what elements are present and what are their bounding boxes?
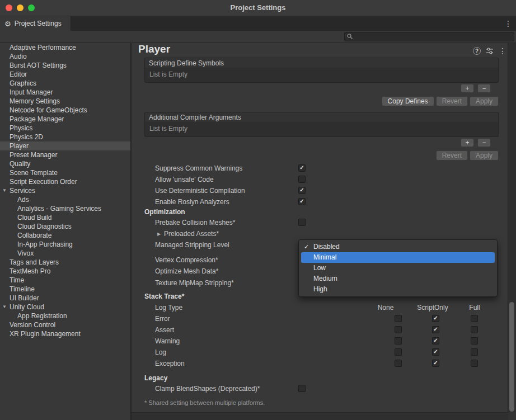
sidebar-item-package-manager[interactable]: Package Manager	[0, 115, 130, 124]
sidebar-item-editor[interactable]: Editor	[0, 70, 130, 79]
sidebar-item-scene-template[interactable]: Scene Template	[0, 168, 130, 177]
sidebar-item-textmesh-pro[interactable]: TextMesh Pro	[0, 267, 130, 276]
dropdown-option-disabled[interactable]: ✓ Disabled	[301, 242, 495, 252]
checkbox-log-scriptonly[interactable]: ✓	[432, 348, 439, 356]
stack-trace-row-assert: Assert ✓ ✓ ✓	[132, 325, 508, 335]
gear-icon: ⚙	[4, 20, 11, 28]
scrollbar-corner	[508, 412, 516, 420]
sidebar-item-timeline[interactable]: Timeline	[0, 285, 130, 294]
sidebar-item-adaptive-performance[interactable]: Adaptive Performance	[0, 43, 130, 52]
help-icon[interactable]: ?	[473, 47, 481, 55]
checkbox-exception-scriptonly[interactable]: ✓	[432, 360, 439, 367]
sidebar-item-player[interactable]: Player	[0, 141, 130, 150]
check-icon: ✓	[299, 187, 305, 193]
column-header-scriptonly: ScriptOnly	[410, 303, 455, 313]
sidebar-item-ui-builder[interactable]: UI Builder	[0, 294, 130, 303]
checkbox-assert-scriptonly[interactable]: ✓	[432, 326, 439, 333]
dropdown-option-medium[interactable]: ✓ Medium	[301, 273, 495, 284]
use-deterministic-compilation-checkbox[interactable]: ✓	[298, 187, 306, 194]
panel-menu-icon[interactable]: ⋮	[499, 46, 506, 55]
sidebar-item-time[interactable]: Time	[0, 276, 130, 285]
apply-button[interactable]: Apply	[470, 150, 499, 161]
vertical-scrollbar-thumb[interactable]	[509, 302, 514, 412]
row-label: Exception	[155, 358, 185, 369]
sidebar-item-collaborate[interactable]: Collaborate	[0, 231, 130, 240]
sidebar-item-preset-manager[interactable]: Preset Manager	[0, 150, 130, 159]
checkbox-exception-none[interactable]: ✓	[395, 360, 402, 367]
checkbox-error-none[interactable]: ✓	[395, 315, 402, 322]
sidebar-item-label: Preset Manager	[10, 151, 57, 159]
add-button[interactable]: +	[461, 138, 474, 147]
sidebar-item-label: Cloud Build	[17, 214, 51, 221]
presets-icon[interactable]	[486, 47, 494, 55]
sidebar-item-tags-and-layers[interactable]: Tags and Layers	[0, 258, 130, 267]
sidebar-item-xr-plugin-management[interactable]: XR Plugin Management	[0, 329, 130, 338]
revert-button[interactable]: Revert	[436, 96, 468, 106]
checkbox-assert-none[interactable]: ✓	[395, 326, 402, 333]
sidebar-item-netcode-for-gameobjects[interactable]: Netcode for GameObjects	[0, 106, 130, 115]
tab-bar-menu-icon[interactable]: ⋮	[504, 16, 512, 31]
revert-button[interactable]: Revert	[436, 150, 468, 161]
checkbox-log-none[interactable]: ✓	[395, 348, 402, 356]
sidebar-item-cloud-build[interactable]: Cloud Build	[0, 213, 130, 222]
sidebar-item-label: UI Builder	[10, 294, 39, 302]
remove-button[interactable]: −	[477, 138, 491, 147]
dropdown-option-low[interactable]: ✓ Low	[301, 263, 495, 273]
foldout-open-icon[interactable]: ▼	[2, 303, 7, 312]
clamp-blendshapes-checkbox[interactable]: ✓	[298, 385, 306, 392]
sidebar-item-app-registration[interactable]: App Registration	[0, 312, 130, 320]
copy-defines-button[interactable]: Copy Defines	[382, 96, 434, 106]
tab-project-settings[interactable]: ⚙ Project Settings	[0, 16, 71, 31]
checkbox-log-full[interactable]: ✓	[471, 348, 478, 356]
checkbox-error-full[interactable]: ✓	[471, 315, 478, 322]
checkbox-warning-full[interactable]: ✓	[471, 337, 478, 345]
suppress-common-warnings-checkbox[interactable]: ✓	[298, 164, 306, 172]
stack-trace-columns-row: Log Type None ScriptOnly Full	[132, 303, 508, 313]
foldout-closed-icon[interactable]: ▶	[157, 229, 161, 239]
sidebar-item-memory-settings[interactable]: Memory Settings	[0, 97, 130, 106]
checkbox-warning-none[interactable]: ✓	[395, 337, 402, 345]
checkbox-assert-full[interactable]: ✓	[471, 326, 478, 333]
sidebar-item-unity-cloud[interactable]: ▼Unity Cloud	[0, 303, 130, 312]
setting-row-prebake-collision-meshes: Prebake Collision Meshes* ✓	[132, 218, 508, 228]
add-button[interactable]: +	[461, 84, 474, 93]
stack-trace-row-warning: Warning ✓ ✓ ✓	[132, 336, 508, 346]
vertical-scrollbar[interactable]	[508, 43, 516, 412]
checkbox-error-scriptonly[interactable]: ✓	[432, 315, 439, 322]
sidebar-item-graphics[interactable]: Graphics	[0, 79, 130, 88]
sidebar-item-input-manager[interactable]: Input Manager	[0, 88, 130, 97]
sidebar-item-script-execution-order[interactable]: Script Execution Order	[0, 177, 130, 186]
setting-label: Managed Stripping Level	[155, 240, 229, 250]
sidebar-item-analytics-gaming-services[interactable]: Analytics - Gaming Services	[0, 204, 130, 213]
dropdown-option-minimal[interactable]: ✓ Minimal	[301, 252, 495, 263]
prebake-collision-meshes-checkbox[interactable]: ✓	[298, 219, 306, 226]
foldout-open-icon[interactable]: ▼	[2, 186, 7, 195]
checkbox-exception-full[interactable]: ✓	[471, 360, 478, 367]
sidebar-item-cloud-diagnostics[interactable]: Cloud Diagnostics	[0, 222, 130, 231]
sidebar-item-version-control[interactable]: Version Control	[0, 320, 130, 329]
allow-unsafe-code-checkbox[interactable]: ✓	[298, 176, 306, 183]
remove-button[interactable]: −	[477, 84, 491, 93]
sidebar-item-physics-2d[interactable]: Physics 2D	[0, 133, 130, 141]
checkbox-warning-scriptonly[interactable]: ✓	[432, 337, 439, 345]
sidebar-item-label: App Registration	[17, 312, 67, 320]
sidebar-item-services[interactable]: ▼Services	[0, 186, 130, 195]
setting-label[interactable]: Preloaded Assets*	[164, 229, 219, 239]
sidebar-item-burst-aot-settings[interactable]: Burst AOT Settings	[0, 61, 130, 70]
sidebar-item-in-app-purchasing[interactable]: In-App Purchasing	[0, 240, 130, 249]
horizontal-scrollbar[interactable]	[132, 412, 508, 420]
enable-roslyn-analyzers-checkbox[interactable]: ✓	[298, 198, 306, 205]
dropdown-option-high[interactable]: ✓ High	[301, 284, 495, 295]
sidebar-item-quality[interactable]: Quality	[0, 159, 130, 168]
apply-button[interactable]: Apply	[470, 96, 499, 106]
sidebar-item-physics[interactable]: Physics	[0, 124, 130, 133]
sidebar-item-label: Package Manager	[10, 115, 64, 123]
setting-label: Texture MipMap Stripping*	[155, 278, 234, 288]
search-input[interactable]	[355, 32, 514, 42]
sidebar-item-label: Physics 2D	[10, 133, 43, 141]
sidebar-item-audio[interactable]: Audio	[0, 52, 130, 61]
section-header-label: Stack Trace*	[144, 291, 184, 301]
search-field[interactable]	[344, 32, 514, 41]
sidebar-item-ads[interactable]: Ads	[0, 195, 130, 204]
sidebar-item-vivox[interactable]: Vivox	[0, 249, 130, 258]
